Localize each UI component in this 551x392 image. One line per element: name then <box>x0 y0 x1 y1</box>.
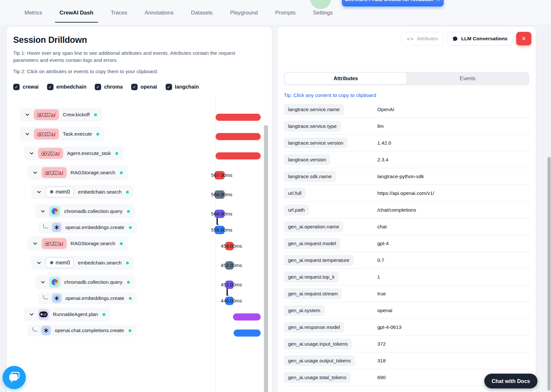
chevron-down-icon[interactable] <box>40 209 45 214</box>
page-scrollbar[interactable] <box>547 157 551 391</box>
attr-row[interactable]: langtrace.sdk.namelangtrace-python-sdk <box>284 168 529 185</box>
tab-crewai-dash[interactable]: CrewAI Dash <box>55 10 98 25</box>
attr-row[interactable]: gen_ai.usage.input_tokens372 <box>284 336 529 352</box>
attr-key[interactable]: gen_ai.request.temperature <box>284 255 353 266</box>
openai-checkbox[interactable]: ✓ <box>131 84 138 90</box>
attr-value[interactable]: /chat/completions <box>377 207 416 213</box>
attr-row[interactable]: url.path/chat/completions <box>284 202 529 218</box>
span-bar-agent-execute-task[interactable] <box>216 152 261 159</box>
crewai-checkbox[interactable]: ✓ <box>13 84 20 90</box>
tab-traces[interactable]: Traces <box>106 10 132 25</box>
chevron-down-icon[interactable] <box>33 241 38 246</box>
attr-key[interactable]: langtrace.sdk.name <box>284 171 336 182</box>
attr-key[interactable]: langtrace.service.version <box>284 138 347 148</box>
attr-key[interactable]: url.full <box>284 188 305 199</box>
free-credits-button[interactable]: Get more FREE credits for feedback → <box>342 0 444 6</box>
attr-value[interactable]: langtrace-python-sdk <box>377 174 424 179</box>
span-row-ragstorage-search-2[interactable]: crewai RAGStorage.search <box>27 236 128 251</box>
langchain-checkbox[interactable]: ✓ <box>166 84 172 90</box>
span-row-chromadb-query[interactable]: chromadb.collection.query <box>35 204 135 218</box>
chroma-checkbox[interactable]: ✓ <box>95 84 101 90</box>
tab-attributes[interactable]: Attributes <box>285 73 407 84</box>
attr-key[interactable]: langtrace.service.name <box>284 104 344 115</box>
attr-row[interactable]: langtrace.service.nameOpenAI <box>284 101 529 118</box>
attr-row[interactable]: gen_ai.request.top_k1 <box>284 269 529 285</box>
embedchain-checkbox[interactable]: ✓ <box>47 84 53 90</box>
attr-row[interactable]: gen_ai.systemopenai <box>284 302 529 319</box>
attr-value[interactable]: 372 <box>377 341 386 347</box>
span-row-openai-chat-completions[interactable]: openai.chat.completions.create <box>27 325 137 336</box>
attr-value[interactable]: 1 <box>377 274 380 280</box>
span-row-chromadb-query-2[interactable]: chromadb.collection.query <box>35 275 135 289</box>
chevron-down-icon[interactable] <box>25 131 30 137</box>
attr-row[interactable]: gen_ai.usage.output_tokens318 <box>284 352 529 369</box>
attr-key[interactable]: langtrace.service.type <box>284 121 341 132</box>
attr-row[interactable]: gen_ai.request.modelgpt-4 <box>284 235 529 252</box>
chevron-down-icon[interactable] <box>29 312 34 317</box>
attr-row[interactable]: gen_ai.request.streamtrue <box>284 285 529 302</box>
tab-playground[interactable]: Playground <box>226 10 262 25</box>
chevron-down-icon[interactable] <box>33 170 38 175</box>
tab-events[interactable]: Events <box>407 73 528 84</box>
span-row-crew-kickoff[interactable]: crewai Crew.kickoff <box>20 108 102 122</box>
span-row-openai-embeddings[interactable]: openai.embeddings.create <box>38 222 137 233</box>
attr-value[interactable]: https://api.openai.com/v1/ <box>377 190 434 196</box>
chevron-down-icon[interactable] <box>36 189 42 195</box>
attr-value[interactable]: gpt-4 <box>377 241 389 246</box>
attr-key[interactable]: gen_ai.usage.total_tokens <box>284 372 351 383</box>
attr-value[interactable]: chat <box>377 224 387 230</box>
tree-scrollbar[interactable] <box>264 125 268 392</box>
attr-value[interactable]: llm <box>377 123 384 129</box>
attr-row[interactable]: langtrace.service.version1.42.0 <box>284 135 529 151</box>
chat-with-docs-button[interactable]: Chat with Docs <box>484 374 537 388</box>
chevron-down-icon[interactable] <box>36 260 42 265</box>
tab-settings[interactable]: Settings <box>308 10 337 25</box>
attr-key[interactable]: url.path <box>284 205 309 215</box>
attr-value[interactable]: 0.7 <box>377 257 384 263</box>
attr-row[interactable]: langtrace.service.typellm <box>284 118 529 135</box>
span-bar-runnableagent-plan[interactable] <box>233 313 261 320</box>
attr-row[interactable]: url.fullhttps://api.openai.com/v1/ <box>284 185 529 202</box>
tab-datasets[interactable]: Datasets <box>187 10 217 25</box>
span-bar-openai-chat-completions[interactable] <box>234 330 261 337</box>
attr-row[interactable]: gen_ai.operation.namechat <box>284 218 529 235</box>
attr-value[interactable]: 318 <box>377 358 386 364</box>
attributes-json-button[interactable]: <> Attributes <box>401 32 443 45</box>
attr-key[interactable]: gen_ai.system <box>284 305 324 316</box>
span-bar-task-execute[interactable] <box>216 133 261 140</box>
attr-key[interactable]: gen_ai.request.model <box>284 238 340 249</box>
attr-row[interactable]: gen_ai.response.modelgpt-4-0613 <box>284 319 529 336</box>
attr-value[interactable]: 1.42.0 <box>377 140 391 146</box>
copy-tip-link[interactable]: Tip: Click any content to copy to clipbo… <box>284 92 529 98</box>
span-bar-crew-kickoff[interactable] <box>216 114 261 121</box>
attr-value[interactable]: openai <box>377 308 392 313</box>
attr-value[interactable]: 2.3.4 <box>377 157 388 163</box>
attr-key[interactable]: langtrace.version <box>284 154 330 165</box>
chat-widget-button[interactable] <box>3 366 26 389</box>
span-row-task-execute[interactable]: crewai Task.execute <box>20 127 104 141</box>
chevron-down-icon[interactable] <box>25 112 30 117</box>
attr-key[interactable]: gen_ai.request.top_k <box>284 272 339 282</box>
attr-key[interactable]: gen_ai.usage.input_tokens <box>284 339 352 349</box>
llm-conversations-button[interactable]: LLM Conversations <box>447 32 513 45</box>
close-button[interactable]: ✕ <box>516 32 531 45</box>
tab-metrics[interactable]: Metrics <box>20 10 47 25</box>
attr-value[interactable]: OpenAI <box>377 107 394 112</box>
chevron-down-icon[interactable] <box>29 151 34 156</box>
span-row-ragstorage-search[interactable]: crewai RAGStorage.search <box>27 166 128 180</box>
span-row-openai-embeddings-2[interactable]: openai.embeddings.create <box>38 292 137 304</box>
attr-value[interactable]: 690 <box>377 375 386 380</box>
attr-row[interactable]: gen_ai.request.temperature0.7 <box>284 252 529 269</box>
attr-key[interactable]: gen_ai.usage.output_tokens <box>284 355 355 366</box>
span-row-embedchain-search-2[interactable]: ❋mem0 embedchain.search <box>31 256 134 270</box>
span-row-runnableagent-plan[interactable]: RunnableAgent.plan <box>24 307 111 321</box>
tab-prompts[interactable]: Prompts <box>271 10 300 25</box>
attr-key[interactable]: gen_ai.response.model <box>284 322 344 333</box>
attr-key[interactable]: gen_ai.request.stream <box>284 288 342 299</box>
tab-annotations[interactable]: Annotations <box>140 10 178 25</box>
attr-row[interactable]: langtrace.version2.3.4 <box>284 151 529 168</box>
attr-value[interactable]: gpt-4-0613 <box>377 324 401 330</box>
attr-value[interactable]: true <box>377 291 386 297</box>
chevron-down-icon[interactable] <box>40 280 45 285</box>
span-row-agent-execute-task[interactable]: crewai Agent.execute_task <box>24 146 123 160</box>
